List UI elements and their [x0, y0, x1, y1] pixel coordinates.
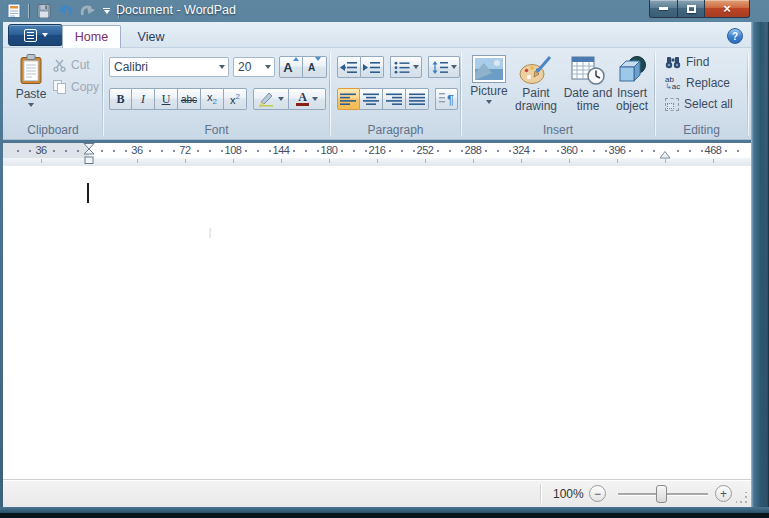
grow-font-button[interactable]: A [279, 56, 303, 78]
justify-button[interactable] [406, 88, 429, 110]
superscript-button[interactable]: x2 [224, 88, 247, 110]
quick-access-toolbar [4, 2, 121, 20]
close-button[interactable]: × [705, 0, 750, 18]
window-title: Document - WordPad [116, 3, 236, 17]
align-center-button[interactable] [360, 88, 383, 110]
shrink-font-button[interactable]: A [303, 56, 327, 78]
minimize-button[interactable] [649, 0, 678, 18]
maximize-button[interactable] [678, 0, 705, 18]
bullets-button[interactable] [390, 56, 422, 78]
status-bar: 100% − + [3, 479, 751, 507]
date-and-time-button[interactable]: Date and time [561, 55, 615, 113]
ruler-dot [161, 150, 163, 152]
decrease-indent-button[interactable] [337, 56, 361, 78]
subscript-button[interactable]: x2 [201, 88, 224, 110]
undo-icon[interactable] [56, 3, 75, 20]
customize-qat-dropdown-icon[interactable] [100, 8, 113, 14]
ruler-dot [701, 150, 703, 152]
save-icon[interactable] [34, 3, 53, 20]
close-icon: × [723, 2, 731, 15]
paste-label: Paste [16, 88, 47, 101]
font-color-button[interactable]: A [289, 88, 326, 110]
help-button[interactable]: ? [727, 28, 743, 44]
bold-button[interactable]: B [109, 88, 132, 110]
indent-markers[interactable] [83, 143, 95, 165]
line-spacing-button[interactable] [428, 56, 460, 78]
chevron-down-icon [278, 97, 284, 101]
ruler-dot [77, 150, 79, 152]
align-left-icon [340, 93, 357, 105]
calendar-clock-icon [571, 55, 605, 85]
strikethrough-button[interactable]: abc [178, 88, 201, 110]
chevron-down-icon [28, 103, 34, 107]
ruler-dot [437, 150, 439, 152]
picture-button[interactable]: Picture [467, 55, 511, 104]
ruler-dot [677, 150, 679, 152]
ruler-tick [665, 159, 666, 163]
ruler-dot [125, 150, 127, 152]
ruler-dot [305, 150, 307, 152]
ruler: 363672108144180216252288324360396468 [3, 143, 751, 166]
select-all-label: Select all [684, 97, 733, 111]
group-clipboard: Paste Cut Copy Clipboard [3, 48, 103, 140]
wordpad-app-icon[interactable] [4, 3, 23, 20]
paragraph-group-label: Paragraph [330, 123, 461, 137]
arrow-down-icon [315, 57, 321, 61]
find-button[interactable]: Find [665, 55, 733, 69]
paragraph-mark-icon: ¶ [439, 92, 455, 106]
paint-drawing-button[interactable]: Paint drawing [513, 55, 559, 113]
cut-button[interactable]: Cut [53, 58, 99, 72]
group-editing: Find ab ↳ac Replace Select all Editing [655, 48, 748, 140]
chevron-down-icon [486, 100, 492, 104]
chevron-down-icon [413, 65, 419, 69]
font-size-combobox[interactable]: 20 [233, 57, 275, 77]
select-all-button[interactable]: Select all [665, 97, 733, 111]
ruler-tick [617, 159, 618, 163]
editing-group-label: Editing [655, 123, 748, 137]
separator [28, 4, 29, 18]
ruler-dot [737, 150, 739, 152]
ruler-dot [317, 150, 319, 152]
insert-object-button[interactable]: Insert object [611, 55, 653, 113]
paragraph-dialog-button[interactable]: ¶ [435, 88, 458, 110]
ruler-dot [197, 150, 199, 152]
arrow-icon: ↳ [665, 83, 672, 90]
chevron-down-icon [215, 58, 228, 76]
copy-button[interactable]: Copy [53, 80, 99, 94]
bold-label: B [116, 92, 124, 107]
underline-button[interactable]: U [155, 88, 178, 110]
right-indent-marker[interactable] [659, 151, 671, 159]
replace-button[interactable]: ab ↳ac Replace [665, 76, 733, 90]
zoom-slider-thumb[interactable] [656, 485, 667, 503]
tab-home[interactable]: Home [62, 25, 121, 48]
ruler-number: 324 [513, 144, 530, 156]
picture-icon [472, 55, 506, 83]
zoom-in-button[interactable]: + [715, 485, 732, 502]
italic-button[interactable]: I [132, 88, 155, 110]
ruler-dot [293, 150, 295, 152]
document-area[interactable]: I [3, 166, 751, 479]
application-menu-button[interactable] [8, 24, 63, 46]
ruler-number: 36 [131, 144, 142, 156]
increase-indent-button[interactable] [361, 56, 384, 78]
ruler-dot [413, 150, 415, 152]
zoom-slider-track[interactable] [618, 493, 708, 495]
resize-grip[interactable] [736, 492, 748, 504]
ruler-dot [113, 150, 115, 152]
align-right-button[interactable] [383, 88, 406, 110]
zoom-out-button[interactable]: − [589, 485, 606, 502]
copy-pages-icon [53, 80, 66, 94]
ruler-dot [257, 150, 259, 152]
tab-view[interactable]: View [123, 25, 179, 48]
ruler-dot [593, 150, 595, 152]
group-font: Calibri 20 A A [103, 48, 330, 140]
redo-icon[interactable] [78, 3, 97, 20]
ruler-dot [653, 150, 655, 152]
font-family-combobox[interactable]: Calibri [109, 57, 229, 77]
align-left-button[interactable] [337, 88, 360, 110]
paste-button[interactable]: Paste [11, 54, 51, 107]
ruler-number: 360 [561, 144, 578, 156]
font-size-value: 20 [234, 60, 261, 74]
text-highlight-color-button[interactable] [253, 88, 289, 110]
paint-palette-icon [519, 55, 553, 85]
